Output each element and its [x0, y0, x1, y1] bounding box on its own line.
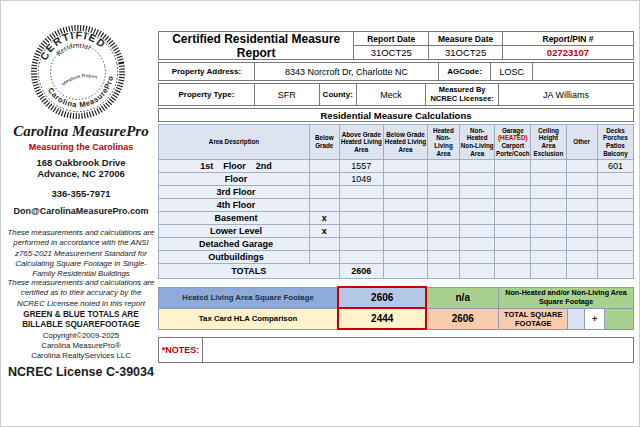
table-row: Detached Garage [159, 238, 634, 251]
total-sqft-label: TOTAL SQUARE FOOTAGE [499, 308, 568, 329]
measured-by-value: JA Williams [498, 84, 633, 105]
report-title: Certified Residential Measure Report [159, 32, 353, 59]
below-grade-mark: x [310, 212, 339, 225]
email-address[interactable]: Don@CarolinaMeasurePro.com [7, 206, 155, 216]
decks-value: 601 [597, 160, 633, 173]
garage-carport-label: Carport Porte/Coch [496, 142, 530, 157]
phone-number: 336-355-7971 [7, 188, 155, 199]
measure-date-value: 31OCT25 [428, 46, 502, 59]
measure-calculations-table: Area Description Below Grade Above Grade… [158, 124, 634, 279]
col-below-grade-heated: Below Grade Heated Living Area [384, 125, 428, 160]
above-grade-value: 1557 [339, 160, 384, 173]
copyright-block: Copyright©2009-2025 Carolina MeasurePro®… [7, 331, 155, 361]
address-line-2: Advance, NC 27006 [7, 168, 155, 179]
pin-value: 02723107 [502, 46, 633, 59]
billable-note: GREEN & BLUE TOTALS ARE BILLABLE SQUAREF… [7, 310, 155, 331]
table-row: 1st Floor 2nd 1557 601 [159, 160, 634, 173]
col-ceiling-height: Ceiling Height Area Exclusion [531, 125, 566, 160]
agcode-label: AGCode: [438, 63, 490, 80]
ncrec-license: NCREC License C-39034 [7, 365, 155, 379]
section-title: Residential Measure Calculations [158, 108, 634, 122]
svg-text:Carolina MeasurePro: Carolina MeasurePro [45, 73, 120, 116]
report-page: CERTIFIED Residential Measure Report Car… [0, 0, 640, 427]
summary-green-cell [605, 308, 634, 329]
copyright-line: Copyright©2009-2025 [7, 331, 155, 341]
table-row: Lower Level x [159, 225, 634, 238]
report-date-value: 31OCT25 [354, 46, 428, 59]
totals-label: TOTALS [159, 264, 340, 279]
measure-date-label: Measure Date [428, 32, 502, 45]
property-type-row: Property Type: SFR County: Meck Measured… [158, 83, 634, 106]
row-label: Detached Garage [159, 238, 310, 251]
table-row: Outbuildings [159, 251, 634, 264]
report-date-label: Report Date [354, 32, 428, 45]
county-label: County: [319, 84, 356, 105]
garage-label: Garage [502, 127, 524, 134]
property-type-value: SFR [254, 84, 319, 105]
nonliving-area-label: Non-Heated and/or Non-Living Area Square… [499, 287, 634, 308]
pin-label: Report/PIN # [502, 32, 633, 45]
property-address-row: Property Address: 8343 Norcroft Dr, Char… [158, 62, 634, 81]
brand-tagline: Measuring the Carolinas [7, 142, 155, 152]
property-type-label: Property Type: [159, 84, 254, 105]
na-value: n/a [426, 287, 498, 308]
summary-table: Heated Living Area Square Footage 2606 n… [158, 286, 634, 330]
copyright-line: Carolina MeasurePro® [7, 341, 155, 351]
notes-box: *NOTES: [158, 337, 634, 363]
col-nonheated-nonliving: Non-Heated Non-Living Area [460, 125, 495, 160]
copyright-line: Carolina RealtyServices LLC [7, 351, 155, 361]
row-label: Basement [159, 212, 310, 225]
tax-card-row: Tax Card HLA Comparison 2444 2606 TOTAL … [159, 308, 634, 329]
heated-living-value: 2606 [338, 287, 426, 308]
heated-living-label: Heated Living Area Square Footage [159, 287, 339, 308]
address-row-spacer [532, 63, 633, 80]
col-garage: Garage (HEATED) Carport Porte/Coch [495, 125, 531, 160]
disclaimer-certified: These measurements and calculations are … [7, 278, 155, 309]
below-grade-mark: x [310, 225, 339, 238]
disclaimer-ansi: These measurements and calculations are … [7, 228, 155, 279]
totals-row: TOTALS 2606 [159, 264, 634, 279]
plus-button[interactable]: + [584, 308, 605, 329]
row-label: Outbuildings [159, 251, 310, 264]
col-above-grade-heated: Above Grade Heated Living Area [339, 125, 384, 160]
table-row: Basement x [159, 212, 634, 225]
row-label: 3rd Floor [159, 186, 310, 199]
notes-label: *NOTES: [159, 338, 203, 362]
table-row: Floor 1049 [159, 173, 634, 186]
property-address-value: 8343 Norcroft Dr, Charlotte NC [254, 63, 438, 80]
address-line-1: 168 Oakbrook Drive [7, 157, 155, 168]
col-other: Other [566, 125, 597, 160]
col-decks: Decks Porches Patios Balcony [597, 125, 633, 160]
certified-seal: CERTIFIED Residential Measure Report Car… [29, 23, 127, 121]
tax-card-label: Tax Card HLA Comparison [159, 308, 339, 329]
county-value: Meck [356, 84, 426, 105]
table-row: 3rd Floor [159, 186, 634, 199]
table-row: 4th Floor [159, 199, 634, 212]
row-label: 1st Floor 2nd [159, 160, 310, 173]
garage-heated-label: (HEATED) [498, 134, 528, 141]
row-label: Floor [159, 173, 310, 186]
svg-text:Measure Report: Measure Report [60, 70, 99, 88]
row-label: Lower Level [159, 225, 310, 238]
col-below-grade: Below Grade [310, 125, 339, 160]
seal-stamp-icon: CERTIFIED Residential Measure Report Car… [29, 23, 127, 121]
heated-living-row: Heated Living Area Square Footage 2606 n… [159, 287, 634, 308]
brand-name: Carolina MeasurePro [7, 123, 155, 140]
calc-header-row: Area Description Below Grade Above Grade… [159, 125, 634, 160]
report-header: Certified Residential Measure Report Rep… [158, 31, 634, 60]
agcode-value: LOSC [490, 63, 533, 80]
tax-card-value: 2444 [338, 308, 426, 329]
property-address-label: Property Address: [159, 63, 254, 80]
totals-above-grade-value: 2606 [339, 264, 384, 279]
notes-input[interactable] [203, 338, 633, 362]
total-sqft-value: 2606 [426, 308, 498, 329]
measured-by-label: Measured By NCREC Licensee: [425, 84, 498, 105]
col-heated-nonliving: Heated Non-Living Area [427, 125, 459, 160]
col-area-description: Area Description [159, 125, 310, 160]
summary-blue-cell [568, 308, 584, 329]
above-grade-value: 1049 [339, 173, 384, 186]
row-label: 4th Floor [159, 199, 310, 212]
